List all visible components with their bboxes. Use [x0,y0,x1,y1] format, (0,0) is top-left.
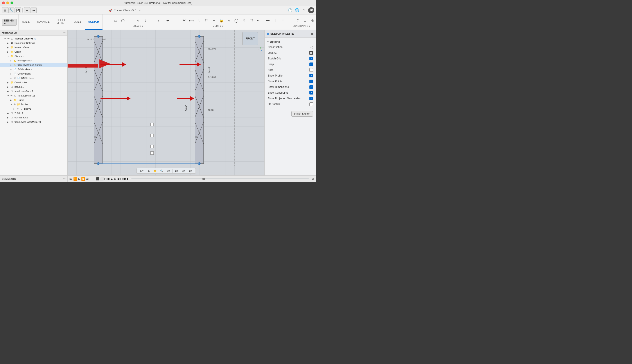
pan-button[interactable]: ✋ [152,169,158,173]
parallel-constraint[interactable]: ⊥ [301,17,308,24]
3d-sketch-row[interactable]: 3D Sketch [265,101,316,107]
orbit-button[interactable]: ⊙▾ [165,169,171,173]
tree-item-construction[interactable]: ▶ 📁 Construction [0,80,67,85]
design-button[interactable]: DESIGN ▾ [2,19,17,26]
tree-arrow-con[interactable]: ▶ [7,81,10,84]
show-points-row[interactable]: Show Points [265,78,316,84]
user-avatar[interactable]: AE [308,7,314,14]
tree-item-origin[interactable]: ▶ 📁 Origin [0,50,67,54]
mirror-tool[interactable]: ⇌ [164,17,171,24]
browser-collapse-icon[interactable]: ◀ [2,31,4,34]
intersect-tool[interactable]: ✕ [240,17,247,24]
environment-button[interactable]: ▣▾ [187,169,193,173]
slice-row[interactable]: Slice [265,67,316,73]
equal-constraint[interactable]: // [294,17,301,24]
eye-icon-bt[interactable]: 👁 [14,77,17,80]
arc-tool[interactable]: ⌒ [127,17,134,24]
line-tool[interactable]: ⟋ [104,17,112,24]
timeline-tool-10[interactable]: ⬢ [123,177,126,180]
tree-arrow-llm[interactable]: ▼ [7,94,10,97]
trim-tool[interactable]: ✂ [181,17,188,24]
timeline-tool-11[interactable]: ◆ [126,177,129,180]
tree-item-named-views[interactable]: ▶ 📁 Named Views [0,45,67,50]
grid-toggle-button[interactable]: ⊞▾ [139,169,145,173]
tree-arrow-doc[interactable]: ▶ [7,42,10,44]
close-tab-button[interactable]: × [139,8,141,12]
tree-arrow-origc[interactable]: ▶ [10,99,13,101]
tree-item-front-lower-face1[interactable]: ▶ □ frontLowerFace:1 [0,89,67,94]
show-constraints-row[interactable]: Show Constraints [265,90,316,96]
comments-options-icon[interactable]: ⋯ [63,178,66,180]
browser-options-icon[interactable]: ⋯ [63,31,66,34]
timeline-tool-2[interactable]: ⬛ [96,177,99,180]
tab-tools[interactable]: TOOLS [69,14,85,30]
tree-item-origin-child[interactable]: ▶ 📁 Origin [0,98,67,102]
tree-item-left-leg-sketch[interactable]: ▶ 📐 left leg sketch [0,58,67,63]
tree-item-2a3da1[interactable]: ▶ □ 2a3da:1 [0,111,67,115]
timeline-tool-1[interactable]: ⬚ [93,177,95,180]
tree-item-root[interactable]: ▼ 👁 🗂 Rocket Chair v5 ⦿ [0,36,67,41]
rectangle-tool[interactable]: ▭ [112,17,119,24]
constraints-label[interactable]: CONSTRAINTS ▾ [293,25,310,27]
slice-checkbox[interactable] [309,68,313,72]
polygon-tool[interactable]: △ [134,17,141,24]
close-button[interactable] [2,2,5,4]
timeline-tool-6[interactable]: ▲ [110,177,113,180]
show-projected-checkbox[interactable] [309,97,313,100]
tree-item-sketches[interactable]: ▼ 📁 Sketches [0,54,67,58]
palette-collapse-button[interactable]: ▶ [311,32,314,36]
snap-checkbox[interactable] [309,62,313,66]
new-tab-button[interactable]: ＋ [280,7,286,14]
tree-item-2a3da-sketch[interactable]: ▶ 📄 2a3da sketch [0,67,67,72]
show-profile-row[interactable]: Show Profile [265,73,316,78]
show-projected-row[interactable]: Show Projected Geometries [265,96,316,101]
timeline-tool-7[interactable]: ⊕ [114,177,116,180]
select-mode-button[interactable]: ⊡ [147,169,151,173]
offset-tool[interactable]: ⟵ [157,17,164,24]
3d-sketch-checkbox[interactable] [309,102,313,106]
help-button[interactable]: ? [301,7,307,14]
step-back-button[interactable]: ⏪ [73,177,77,181]
tree-item-comfy-back1[interactable]: ▶ □ comfyBack:1 [0,115,67,120]
timeline-tool-5[interactable]: ◼ [107,177,110,180]
tree-arrow-bodies[interactable]: ▼ [10,103,13,106]
timeline-tool-9[interactable]: ⬡ [120,177,123,180]
tree-item-left-leg-mirror[interactable]: ▼ 👁 □ leftLeg(Mirror):1 [0,94,67,98]
timeline-settings-icon[interactable]: ⚙ [311,177,314,180]
more-tool[interactable]: ⋯ [255,17,262,24]
vertical-constraint[interactable]: | [272,17,279,24]
redo-button[interactable]: ↪ [31,7,37,14]
extend-tool[interactable]: ⟾ [188,17,195,24]
history-button[interactable]: 🕐 [287,7,293,14]
create-label[interactable]: CREATE ▾ [133,25,143,27]
tree-item-front-lower-face-mirror[interactable]: ▶ □ frontLowerFace(Mirror):1 [0,120,67,124]
traffic-lights[interactable] [2,2,14,4]
timeline-tool-8[interactable]: ▣ [117,177,120,180]
viewport[interactable]: 50.00 50.00 [68,30,264,176]
circle-tool[interactable]: ◯ [119,17,126,24]
tree-item-left-leg1[interactable]: ▶ □ leftLeg:1 [0,85,67,89]
snap-row[interactable]: Snap [265,62,316,67]
tree-arrow-ll1[interactable]: ▶ [7,86,10,88]
tab-sheet-metal[interactable]: SHEET METAL [53,14,69,30]
tab-sketch[interactable]: SKETCH [85,14,103,30]
arrange-tool[interactable]: ⬚ [248,17,255,24]
construction-row[interactable]: Construction ◁ [265,44,316,50]
ellipse-tool[interactable]: ⬭ [149,17,156,24]
view-cube[interactable]: FRONT x y z [242,32,262,52]
show-constraints-checkbox[interactable] [309,91,313,94]
timeline-tool-4[interactable]: ◻ [104,177,107,180]
show-dimensions-checkbox[interactable] [309,85,313,89]
tree-arrow-comfyb1[interactable]: ▶ [7,116,10,119]
grid-menu-button[interactable]: ⊞ [2,7,8,14]
undo-button[interactable]: ↩ [24,7,30,14]
play-beginning-button[interactable]: ⏮ [69,177,72,181]
sketch-grid-checkbox[interactable] [309,57,313,60]
tree-arrow-flfm[interactable]: ▶ [7,121,10,123]
zoom-button[interactable]: 🔍 [159,169,165,173]
horizontal-constraint[interactable]: ― [264,17,271,24]
tree-arrow-2a3da1[interactable]: ▶ [7,112,10,114]
eye-icon-root[interactable]: 👁 [8,37,11,40]
tree-item-body1[interactable]: ▶ 👁 □ Body1 [0,106,67,111]
sketch-grid-row[interactable]: Sketch Grid [265,56,316,62]
